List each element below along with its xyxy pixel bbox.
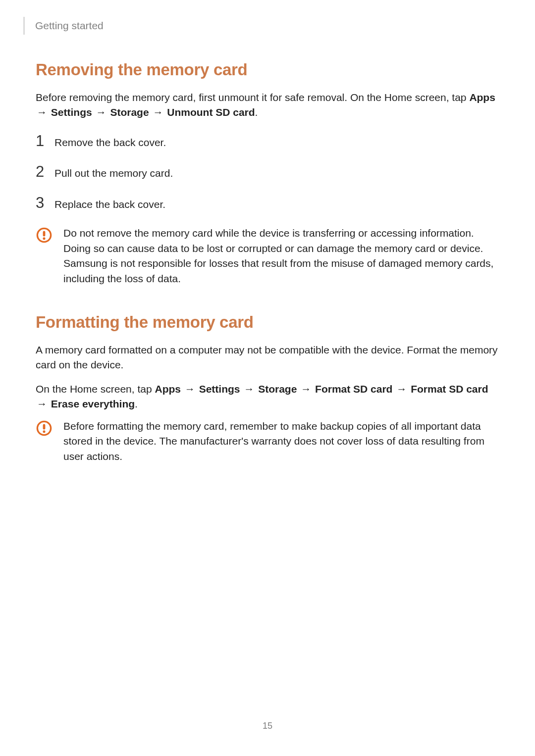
step-item: 3 Replace the back cover. <box>36 195 499 212</box>
section-formatting: Formatting the memory card A memory card… <box>36 313 499 464</box>
chapter-title: Getting started <box>35 20 104 32</box>
page-number: 15 <box>0 721 535 731</box>
chapter-header: Getting started <box>24 17 499 35</box>
svg-point-2 <box>43 237 45 240</box>
step-number: 2 <box>36 164 54 179</box>
step-number: 3 <box>36 195 54 210</box>
caution-icon <box>36 227 53 244</box>
caution-text: Do not remove the memory card while the … <box>63 226 499 286</box>
caution-block: Do not remove the memory card while the … <box>36 226 499 286</box>
svg-rect-1 <box>43 231 46 237</box>
intro-lead-text: Before removing the memory card, first u… <box>36 92 469 103</box>
intro-paragraph: Before removing the memory card, first u… <box>36 90 499 120</box>
format-lead-text: On the Home screen, tap <box>36 383 155 395</box>
steps-list: 1 Remove the back cover. 2 Pull out the … <box>36 133 499 212</box>
step-text: Replace the back cover. <box>54 197 165 212</box>
step-item: 1 Remove the back cover. <box>36 133 499 150</box>
step-number: 1 <box>36 133 54 149</box>
format-intro: A memory card formatted on a computer ma… <box>36 343 499 373</box>
page-content: Getting started Removing the memory card… <box>0 0 535 464</box>
step-text: Pull out the memory card. <box>54 166 173 181</box>
svg-rect-4 <box>43 424 46 429</box>
svg-point-5 <box>43 430 45 433</box>
step-text: Remove the back cover. <box>54 135 166 150</box>
format-instruction: On the Home screen, tap Apps → Settings … <box>36 382 499 412</box>
caution-block: Before formatting the memory card, remem… <box>36 419 499 464</box>
step-item: 2 Pull out the memory card. <box>36 164 499 181</box>
section-heading-removing: Removing the memory card <box>36 60 499 79</box>
section-heading-formatting: Formatting the memory card <box>36 313 499 332</box>
caution-icon <box>36 420 53 437</box>
caution-text: Before formatting the memory card, remem… <box>63 419 499 464</box>
